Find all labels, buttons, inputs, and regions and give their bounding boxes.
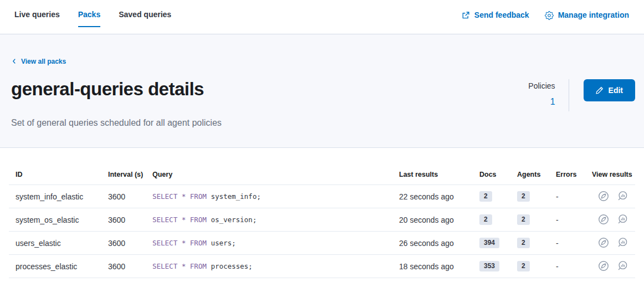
- cell-interval: 3600: [101, 255, 146, 278]
- cell-query: SELECT * FROM os_version;: [146, 208, 392, 232]
- sql-keywords: SELECT * FROM: [152, 262, 207, 270]
- sql-keywords: SELECT * FROM: [152, 216, 207, 224]
- cell-errors: -: [549, 232, 585, 255]
- cell-errors: -: [549, 208, 585, 232]
- page-subtitle: Set of general queries scheduled for all…: [11, 117, 222, 129]
- sql-keywords: SELECT * FROM: [152, 239, 207, 247]
- docs-badge: 394: [479, 238, 499, 248]
- cell-interval: 3600: [101, 208, 146, 232]
- cell-id: users_elastic: [9, 232, 101, 255]
- discover-icon[interactable]: [597, 190, 610, 202]
- sql-keywords: SELECT * FROM: [152, 192, 207, 201]
- send-feedback-link[interactable]: Send feedback: [462, 10, 529, 20]
- table-row: users_elastic 3600 SELECT * FROM users; …: [9, 232, 635, 255]
- cell-last-results: 20 seconds ago: [392, 208, 473, 232]
- policies-stat: Policies 1: [528, 79, 555, 107]
- edit-button[interactable]: Edit: [584, 79, 635, 101]
- cell-interval: 3600: [101, 232, 146, 255]
- docs-badge: 2: [479, 191, 492, 202]
- agents-badge: 2: [517, 191, 530, 202]
- tab-packs[interactable]: Packs: [78, 9, 100, 27]
- col-header-id: ID: [9, 166, 101, 185]
- policies-value[interactable]: 1: [528, 97, 555, 107]
- cell-last-results: 22 seconds ago: [392, 185, 473, 208]
- table-row: system_os_elastic 3600 SELECT * FROM os_…: [9, 208, 635, 232]
- discover-icon[interactable]: [597, 237, 610, 249]
- table-header-row: ID Interval (s) Query Last results Docs …: [9, 166, 635, 185]
- queries-table-section: ID Interval (s) Query Last results Docs …: [0, 148, 644, 278]
- page-header: View all packs general-queries details S…: [0, 34, 644, 148]
- cell-last-results: 26 seconds ago: [392, 232, 473, 255]
- vertical-divider: [569, 79, 569, 111]
- sql-rest: users;: [211, 239, 236, 247]
- col-header-last-results: Last results: [392, 166, 473, 185]
- col-header-docs: Docs: [473, 166, 510, 185]
- agents-badge: 2: [517, 261, 530, 271]
- cell-query: SELECT * FROM users;: [146, 232, 392, 255]
- docs-badge: 353: [479, 261, 499, 271]
- cell-last-results: 18 seconds ago: [392, 255, 473, 278]
- top-tab-bar: Live queries Packs Saved queries Send fe…: [0, 0, 644, 34]
- cell-docs: 353: [473, 255, 510, 278]
- cell-id: system_info_elastic: [9, 185, 101, 208]
- cell-view-results: [585, 185, 635, 208]
- lens-icon[interactable]: [616, 213, 628, 225]
- table-row: system_info_elastic 3600 SELECT * FROM s…: [9, 185, 635, 208]
- header-right: Policies 1 Edit: [528, 78, 635, 111]
- cell-query: SELECT * FROM system_info;: [146, 185, 392, 208]
- cell-agents: 2: [510, 208, 549, 232]
- manage-integration-link[interactable]: Manage integration: [545, 10, 629, 20]
- lens-icon[interactable]: [616, 190, 628, 202]
- col-header-agents: Agents: [510, 166, 549, 185]
- cell-agents: 2: [510, 185, 549, 208]
- cell-query: SELECT * FROM processes;: [146, 255, 392, 278]
- cell-view-results: [585, 232, 635, 255]
- docs-badge: 2: [479, 214, 492, 225]
- top-actions: Send feedback Manage integration: [462, 10, 629, 20]
- sql-rest: processes;: [211, 262, 252, 270]
- cell-agents: 2: [510, 232, 549, 255]
- tabs: Live queries Packs Saved queries: [14, 9, 171, 27]
- col-header-interval: Interval (s): [101, 166, 146, 185]
- agents-badge: 2: [517, 238, 530, 248]
- cell-agents: 2: [510, 255, 549, 278]
- pencil-icon: [596, 86, 604, 94]
- table-row: processes_elastic 3600 SELECT * FROM pro…: [9, 255, 635, 278]
- gear-icon: [545, 11, 554, 20]
- cell-id: processes_elastic: [9, 255, 101, 278]
- chevron-left-icon: [11, 58, 17, 64]
- discover-icon[interactable]: [597, 260, 610, 272]
- header-left: general-queries details Set of general q…: [10, 78, 222, 129]
- discover-icon[interactable]: [597, 213, 610, 225]
- cell-errors: -: [549, 255, 585, 278]
- queries-table: ID Interval (s) Query Last results Docs …: [9, 166, 635, 278]
- col-header-view-results: View results: [585, 166, 635, 185]
- sql-rest: system_info;: [211, 192, 260, 201]
- page-title: general-queries details: [11, 78, 222, 100]
- cell-docs: 394: [473, 232, 510, 255]
- policies-label: Policies: [528, 81, 555, 91]
- external-link-icon: [462, 11, 470, 19]
- lens-icon[interactable]: [616, 260, 628, 272]
- cell-view-results: [585, 255, 635, 278]
- tab-live-queries[interactable]: Live queries: [14, 9, 60, 27]
- sql-rest: os_version;: [211, 216, 257, 224]
- cell-errors: -: [549, 185, 585, 208]
- cell-view-results: [585, 208, 635, 232]
- col-header-query: Query: [146, 166, 392, 185]
- cell-docs: 2: [473, 185, 510, 208]
- cell-docs: 2: [473, 208, 510, 232]
- cell-interval: 3600: [101, 185, 146, 208]
- agents-badge: 2: [517, 214, 530, 225]
- cell-id: system_os_elastic: [9, 208, 101, 232]
- view-all-packs-link[interactable]: View all packs: [11, 58, 66, 65]
- tab-saved-queries[interactable]: Saved queries: [119, 9, 171, 27]
- col-header-errors: Errors: [549, 166, 585, 185]
- lens-icon[interactable]: [616, 237, 628, 249]
